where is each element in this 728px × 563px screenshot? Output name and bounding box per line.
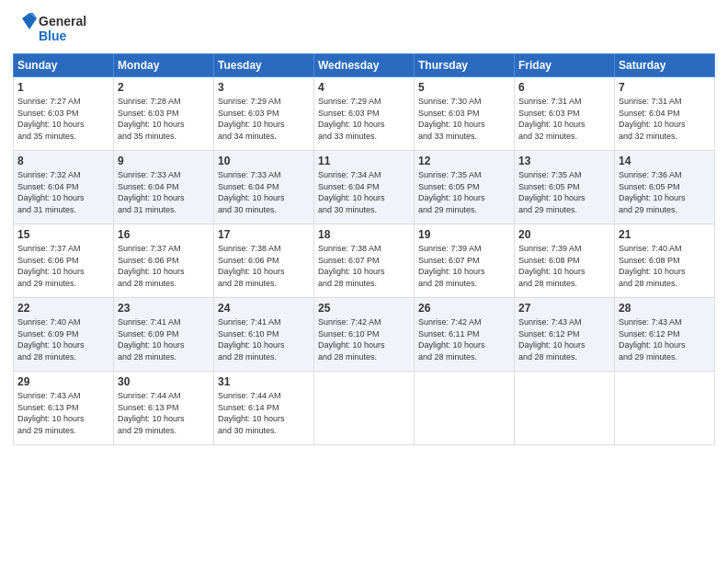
day-number: 21 [619, 228, 711, 241]
day-number: 9 [118, 155, 210, 167]
calendar-cell: 26Sunrise: 7:42 AM Sunset: 6:11 PM Dayli… [415, 298, 515, 372]
day-number: 27 [518, 302, 610, 315]
day-info: Sunrise: 7:37 AM Sunset: 6:06 PM Dayligh… [17, 243, 109, 289]
day-info: Sunrise: 7:34 AM Sunset: 6:04 PM Dayligh… [318, 169, 410, 215]
calendar-cell: 17Sunrise: 7:38 AM Sunset: 6:06 PM Dayli… [214, 224, 314, 298]
day-info: Sunrise: 7:41 AM Sunset: 6:09 PM Dayligh… [118, 316, 210, 362]
day-number: 3 [218, 81, 310, 94]
day-number: 5 [418, 81, 510, 94]
calendar-cell: 23Sunrise: 7:41 AM Sunset: 6:09 PM Dayli… [114, 298, 214, 372]
day-number: 31 [218, 375, 310, 388]
day-info: Sunrise: 7:44 AM Sunset: 6:14 PM Dayligh… [218, 390, 310, 436]
day-info: Sunrise: 7:33 AM Sunset: 6:04 PM Dayligh… [118, 169, 210, 215]
day-info: Sunrise: 7:43 AM Sunset: 6:12 PM Dayligh… [619, 316, 711, 362]
calendar-cell: 1Sunrise: 7:27 AM Sunset: 6:03 PM Daylig… [14, 77, 114, 151]
day-info: Sunrise: 7:32 AM Sunset: 6:04 PM Dayligh… [17, 169, 109, 215]
logo: General Blue [13, 9, 96, 46]
day-number: 2 [118, 81, 210, 94]
day-header-saturday: Saturday [615, 54, 715, 77]
calendar-cell: 8Sunrise: 7:32 AM Sunset: 6:04 PM Daylig… [14, 151, 114, 224]
day-info: Sunrise: 7:39 AM Sunset: 6:07 PM Dayligh… [418, 243, 510, 289]
day-number: 11 [318, 155, 410, 167]
day-info: Sunrise: 7:28 AM Sunset: 6:03 PM Dayligh… [118, 96, 210, 142]
calendar-cell: 2Sunrise: 7:28 AM Sunset: 6:03 PM Daylig… [114, 77, 214, 151]
day-info: Sunrise: 7:41 AM Sunset: 6:10 PM Dayligh… [218, 316, 310, 362]
calendar-cell [615, 372, 715, 445]
calendar-cell [314, 372, 415, 445]
svg-text:Blue: Blue [39, 29, 67, 43]
calendar-cell: 27Sunrise: 7:43 AM Sunset: 6:12 PM Dayli… [515, 298, 615, 372]
day-info: Sunrise: 7:43 AM Sunset: 6:12 PM Dayligh… [518, 316, 610, 362]
calendar-cell [415, 372, 515, 445]
day-info: Sunrise: 7:35 AM Sunset: 6:05 PM Dayligh… [518, 169, 610, 215]
calendar-cell: 10Sunrise: 7:33 AM Sunset: 6:04 PM Dayli… [214, 151, 314, 224]
calendar-cell: 5Sunrise: 7:30 AM Sunset: 6:03 PM Daylig… [415, 77, 515, 151]
day-number: 17 [218, 228, 310, 241]
calendar-cell: 19Sunrise: 7:39 AM Sunset: 6:07 PM Dayli… [415, 224, 515, 298]
calendar-cell: 6Sunrise: 7:31 AM Sunset: 6:03 PM Daylig… [515, 77, 615, 151]
day-number: 22 [17, 302, 109, 315]
day-info: Sunrise: 7:31 AM Sunset: 6:04 PM Dayligh… [619, 96, 711, 142]
calendar-cell: 3Sunrise: 7:29 AM Sunset: 6:03 PM Daylig… [214, 77, 314, 151]
header: General Blue [13, 9, 715, 46]
calendar-cell: 15Sunrise: 7:37 AM Sunset: 6:06 PM Dayli… [14, 224, 114, 298]
day-number: 6 [518, 81, 610, 94]
calendar-header: SundayMondayTuesdayWednesdayThursdayFrid… [14, 54, 715, 77]
day-info: Sunrise: 7:42 AM Sunset: 6:10 PM Dayligh… [318, 316, 410, 362]
day-number: 10 [218, 155, 310, 167]
day-header-wednesday: Wednesday [314, 54, 415, 77]
day-header-sunday: Sunday [14, 54, 114, 77]
day-info: Sunrise: 7:39 AM Sunset: 6:08 PM Dayligh… [518, 243, 610, 289]
day-number: 23 [118, 302, 210, 315]
calendar-cell: 28Sunrise: 7:43 AM Sunset: 6:12 PM Dayli… [615, 298, 715, 372]
calendar-cell [515, 372, 615, 445]
day-info: Sunrise: 7:37 AM Sunset: 6:06 PM Dayligh… [118, 243, 210, 289]
calendar-cell: 11Sunrise: 7:34 AM Sunset: 6:04 PM Dayli… [314, 151, 415, 224]
day-number: 7 [619, 81, 711, 94]
day-number: 18 [318, 228, 410, 241]
calendar-cell: 4Sunrise: 7:29 AM Sunset: 6:03 PM Daylig… [314, 77, 415, 151]
day-number: 29 [17, 375, 109, 388]
day-header-monday: Monday [114, 54, 214, 77]
day-info: Sunrise: 7:40 AM Sunset: 6:08 PM Dayligh… [619, 243, 711, 289]
day-number: 4 [318, 81, 410, 94]
calendar-cell: 18Sunrise: 7:38 AM Sunset: 6:07 PM Dayli… [314, 224, 415, 298]
day-number: 16 [118, 228, 210, 241]
calendar-body: 1Sunrise: 7:27 AM Sunset: 6:03 PM Daylig… [14, 77, 715, 445]
day-info: Sunrise: 7:38 AM Sunset: 6:07 PM Dayligh… [318, 243, 410, 289]
day-info: Sunrise: 7:29 AM Sunset: 6:03 PM Dayligh… [218, 96, 310, 142]
calendar-cell: 7Sunrise: 7:31 AM Sunset: 6:04 PM Daylig… [615, 77, 715, 151]
calendar-cell: 29Sunrise: 7:43 AM Sunset: 6:13 PM Dayli… [14, 372, 114, 445]
day-number: 26 [418, 302, 510, 315]
day-info: Sunrise: 7:30 AM Sunset: 6:03 PM Dayligh… [418, 96, 510, 142]
calendar-cell: 14Sunrise: 7:36 AM Sunset: 6:05 PM Dayli… [615, 151, 715, 224]
day-info: Sunrise: 7:29 AM Sunset: 6:03 PM Dayligh… [318, 96, 410, 142]
calendar-cell: 22Sunrise: 7:40 AM Sunset: 6:09 PM Dayli… [14, 298, 114, 372]
calendar-cell: 16Sunrise: 7:37 AM Sunset: 6:06 PM Dayli… [114, 224, 214, 298]
day-number: 25 [318, 302, 410, 315]
day-number: 28 [619, 302, 711, 315]
day-info: Sunrise: 7:36 AM Sunset: 6:05 PM Dayligh… [619, 169, 711, 215]
day-info: Sunrise: 7:33 AM Sunset: 6:04 PM Dayligh… [218, 169, 310, 215]
day-number: 13 [518, 155, 610, 167]
day-header-friday: Friday [515, 54, 615, 77]
calendar-cell: 20Sunrise: 7:39 AM Sunset: 6:08 PM Dayli… [515, 224, 615, 298]
calendar-cell: 13Sunrise: 7:35 AM Sunset: 6:05 PM Dayli… [515, 151, 615, 224]
day-number: 1 [17, 81, 109, 94]
day-info: Sunrise: 7:38 AM Sunset: 6:06 PM Dayligh… [218, 243, 310, 289]
day-number: 30 [118, 375, 210, 388]
calendar-cell: 12Sunrise: 7:35 AM Sunset: 6:05 PM Dayli… [415, 151, 515, 224]
day-info: Sunrise: 7:35 AM Sunset: 6:05 PM Dayligh… [418, 169, 510, 215]
calendar-cell: 9Sunrise: 7:33 AM Sunset: 6:04 PM Daylig… [114, 151, 214, 224]
day-number: 24 [218, 302, 310, 315]
day-number: 19 [418, 228, 510, 241]
day-header-tuesday: Tuesday [214, 54, 314, 77]
calendar-table: SundayMondayTuesdayWednesdayThursdayFrid… [13, 53, 715, 445]
day-number: 12 [418, 155, 510, 167]
day-info: Sunrise: 7:31 AM Sunset: 6:03 PM Dayligh… [518, 96, 610, 142]
calendar-container: General Blue SundayMondayTuesdayWednesda… [0, 0, 728, 563]
calendar-cell: 31Sunrise: 7:44 AM Sunset: 6:14 PM Dayli… [214, 372, 314, 445]
calendar-cell: 30Sunrise: 7:44 AM Sunset: 6:13 PM Dayli… [114, 372, 214, 445]
day-info: Sunrise: 7:27 AM Sunset: 6:03 PM Dayligh… [17, 96, 109, 142]
day-number: 20 [518, 228, 610, 241]
